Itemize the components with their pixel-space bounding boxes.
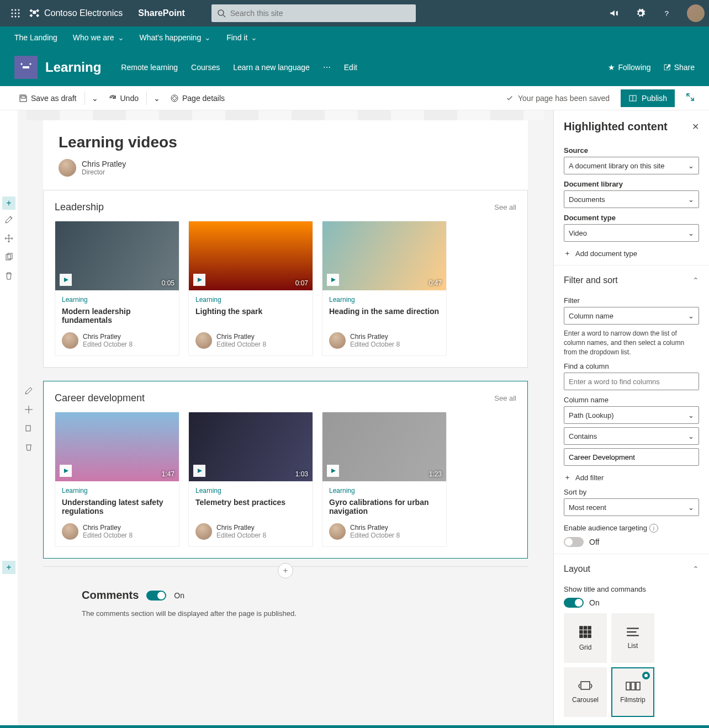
showtitle-toggle[interactable] bbox=[564, 598, 584, 608]
add-filter-link[interactable]: ＋Add filter bbox=[564, 472, 699, 482]
card-author-name: Chris Pratley bbox=[216, 524, 266, 532]
layout-list-option[interactable]: List bbox=[611, 613, 654, 663]
author-avatar[interactable] bbox=[59, 159, 76, 177]
video-card[interactable]: 1:23 LearningGyro calibrations for urban… bbox=[322, 412, 447, 547]
search-box[interactable] bbox=[211, 4, 416, 22]
svg-point-0 bbox=[12, 9, 13, 11]
hub-nav-edit[interactable]: Edit bbox=[344, 63, 357, 72]
save-draft-chevron[interactable]: ⌄ bbox=[88, 89, 102, 107]
publish-button[interactable]: Publish bbox=[621, 89, 675, 107]
doctype-select[interactable]: Video⌄ bbox=[564, 224, 699, 242]
help-icon[interactable]: ? bbox=[656, 2, 678, 24]
close-icon[interactable]: ✕ bbox=[692, 121, 699, 132]
hub-nav-remote[interactable]: Remote learning bbox=[121, 63, 178, 72]
page-details-label: Page details bbox=[182, 94, 225, 103]
page-title[interactable]: Learning videos bbox=[59, 134, 512, 151]
drone-icon bbox=[29, 7, 41, 20]
hub-nav-more[interactable]: ⋯ bbox=[323, 63, 331, 72]
duplicate-icon[interactable] bbox=[2, 251, 15, 264]
user-avatar[interactable] bbox=[687, 4, 705, 22]
see-all-link[interactable]: See all bbox=[494, 394, 516, 402]
comments-toggle[interactable] bbox=[146, 591, 166, 601]
add-section-button[interactable]: + bbox=[2, 196, 15, 210]
hub-nav-language[interactable]: Learn a new language bbox=[233, 63, 310, 72]
section-career-dev[interactable]: Career development See all 1:47 Learning… bbox=[43, 381, 528, 559]
video-card[interactable]: 0:07 LearningLighting the sparkChris Pra… bbox=[188, 221, 313, 356]
filter-select[interactable]: Column name⌄ bbox=[564, 307, 699, 325]
doclib-select[interactable]: Documents⌄ bbox=[564, 190, 699, 208]
move-icon[interactable] bbox=[2, 232, 15, 245]
see-all-link[interactable]: See all bbox=[494, 203, 516, 211]
svg-rect-20 bbox=[588, 626, 591, 630]
command-bar: Save as draft ⌄ Undo ⌄ Page details Your… bbox=[0, 86, 709, 110]
share-label: Share bbox=[674, 63, 695, 72]
filter-text-input[interactable] bbox=[564, 448, 699, 466]
video-card[interactable]: 0:05 LearningModern leadership fundament… bbox=[55, 221, 179, 356]
search-input[interactable] bbox=[230, 9, 410, 18]
author-row: Chris Pratley Director bbox=[59, 159, 512, 177]
share-icon bbox=[663, 63, 671, 71]
page-details-button[interactable]: Page details bbox=[166, 89, 229, 107]
layout-title: Layout bbox=[564, 564, 590, 574]
mega-nav: The Landing Who we are⌄ What's happening… bbox=[0, 26, 709, 49]
operator-select[interactable]: Contains⌄ bbox=[564, 427, 699, 445]
card-site: Learning bbox=[329, 296, 440, 304]
following-button[interactable]: ★Following bbox=[608, 63, 651, 72]
section-leadership[interactable]: Leadership See all 0:05 LearningModern l… bbox=[43, 190, 528, 368]
hub-nav: Remote learning Courses Learn a new lang… bbox=[121, 63, 357, 72]
nav-findit[interactable]: Find it⌄ bbox=[226, 33, 257, 42]
megaphone-icon[interactable] bbox=[603, 2, 625, 24]
webpart-move-icon[interactable] bbox=[22, 403, 35, 416]
add-webpart-button[interactable]: + bbox=[278, 563, 293, 578]
site-logo[interactable] bbox=[14, 56, 38, 79]
section-title: Career development bbox=[55, 392, 145, 404]
undo-chevron[interactable]: ⌄ bbox=[150, 89, 163, 107]
nav-who[interactable]: Who we are⌄ bbox=[73, 33, 124, 42]
save-draft-button[interactable]: Save as draft bbox=[14, 89, 81, 107]
video-card[interactable]: 1:03 LearningTelemetry best practicesChr… bbox=[188, 412, 313, 547]
app-launcher-icon[interactable] bbox=[4, 2, 27, 24]
findcol-input[interactable] bbox=[564, 373, 699, 390]
filtersort-header[interactable]: Filter and sort ⌃ bbox=[554, 265, 709, 289]
expand-icon[interactable] bbox=[686, 93, 695, 103]
webpart-duplicate-icon[interactable] bbox=[22, 422, 35, 435]
card-author-name: Chris Pratley bbox=[216, 333, 266, 341]
hub-nav-courses[interactable]: Courses bbox=[191, 63, 220, 72]
nav-happening[interactable]: What's happening⌄ bbox=[140, 33, 211, 42]
add-section-button-2[interactable]: + bbox=[2, 561, 15, 574]
edit-icon[interactable] bbox=[2, 213, 15, 226]
site-title[interactable]: Learning bbox=[45, 60, 101, 75]
svg-rect-24 bbox=[579, 635, 583, 639]
webpart-edit-icon[interactable] bbox=[22, 384, 35, 397]
undo-button[interactable]: Undo bbox=[104, 89, 143, 107]
layout-filmstrip-option[interactable]: Filmstrip bbox=[611, 667, 654, 717]
video-card[interactable]: 0:47 LearningHeading in the same directi… bbox=[322, 221, 447, 356]
hub-header: Learning Remote learning Courses Learn a… bbox=[0, 49, 709, 86]
layout-header[interactable]: Layout ⌃ bbox=[554, 554, 709, 577]
showtitle-state: On bbox=[589, 598, 600, 607]
tenant-logo[interactable]: Contoso Electronics bbox=[29, 7, 123, 20]
canvas: Learning videos Chris Pratley Director L… bbox=[18, 110, 553, 728]
card-site: Learning bbox=[62, 296, 172, 304]
card-edited: Edited October 8 bbox=[83, 532, 133, 539]
card-title: Gyro calibrations for urban navigation bbox=[329, 498, 440, 518]
delete-icon[interactable] bbox=[2, 269, 15, 283]
add-doctype-link[interactable]: ＋Add document type bbox=[564, 248, 699, 258]
layout-grid-option[interactable]: Grid bbox=[564, 613, 607, 663]
svg-point-7 bbox=[15, 16, 17, 18]
targeting-toggle[interactable] bbox=[564, 537, 584, 547]
save-status: Your page has been saved bbox=[506, 94, 610, 103]
share-button[interactable]: Share bbox=[663, 63, 695, 72]
layout-carousel-option[interactable]: Carousel bbox=[564, 667, 607, 717]
author-role: Director bbox=[82, 168, 126, 176]
colname-select[interactable]: Path (Lookup)⌄ bbox=[564, 406, 699, 424]
video-thumbnail: 1:03 bbox=[189, 412, 313, 481]
sortby-select[interactable]: Most recent⌄ bbox=[564, 498, 699, 516]
webpart-delete-icon[interactable] bbox=[22, 440, 35, 454]
section-title: Leadership bbox=[55, 201, 104, 213]
info-icon[interactable]: i bbox=[649, 524, 658, 533]
gear-icon[interactable] bbox=[629, 2, 652, 24]
source-select[interactable]: A document library on this site⌄ bbox=[564, 157, 699, 174]
video-card[interactable]: 1:47 LearningUnderstanding latest safety… bbox=[55, 412, 179, 547]
nav-landing[interactable]: The Landing bbox=[14, 33, 57, 42]
